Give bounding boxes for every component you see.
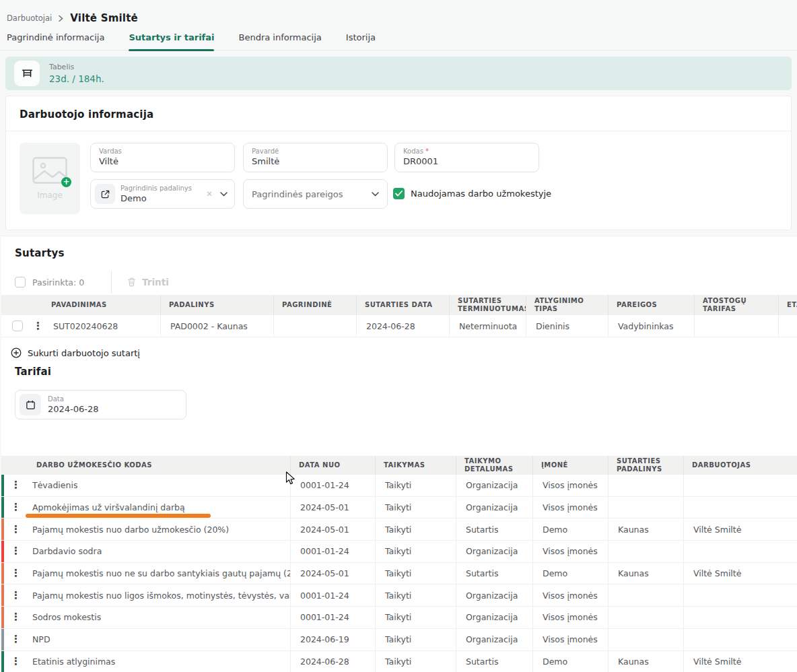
row-menu-icon[interactable]: ⋮ (11, 546, 21, 556)
delete-button[interactable]: Trinti (127, 277, 169, 288)
cell-value: Organizacija (456, 541, 533, 563)
create-contract-link[interactable]: Sukurti darbuotojo sutartį (11, 347, 140, 358)
column-header[interactable]: PADALINYS (161, 295, 274, 315)
row-menu-icon[interactable]: ⋮ (11, 525, 21, 535)
tab-1[interactable]: Sutartys ir tarifai (129, 32, 214, 50)
row-menu-icon[interactable]: ⋮ (33, 321, 43, 331)
cell-value: 0001-01-24 (291, 584, 376, 607)
timesheet-icon (14, 61, 40, 86)
timesheet-banner[interactable]: Tabelis 23d. / 184h. (5, 57, 792, 90)
divider (111, 271, 112, 294)
employee-photo-upload[interactable]: + Image (20, 143, 80, 214)
clear-icon[interactable]: ✕ (204, 189, 215, 199)
cell-value: SUT020240628 (53, 321, 118, 331)
annotation-highlight (26, 514, 211, 518)
column-header[interactable]: SUTARTIES PADALINYS (609, 456, 684, 475)
column-header[interactable]: SUTARTIES TERMINUOTUMAS (450, 295, 526, 315)
column-header[interactable]: PAREIGOS (609, 295, 695, 315)
delete-label: Trinti (142, 277, 169, 288)
column-header[interactable]: ETA (779, 295, 797, 315)
row-menu-icon[interactable]: ⋮ (11, 568, 21, 578)
tariff-row[interactable]: ⋮NPD2024-06-19TaikytiOrganizacijaVisos į… (1, 629, 797, 651)
cell-value: Visos įmonės (533, 584, 609, 607)
row-checkbox[interactable] (12, 321, 23, 331)
column-header[interactable]: PAGRINDINĖ (274, 295, 357, 315)
chevron-down-icon[interactable] (372, 192, 379, 197)
contract-row[interactable]: ⋮SUT020240628PAD0002 - Kaunas2024-06-28N… (1, 315, 797, 337)
create-contract-label: Sukurti darbuotojo sutartį (28, 348, 140, 358)
row-menu-icon[interactable]: ⋮ (11, 634, 21, 644)
column-header[interactable]: SUTARTIES DATA (357, 295, 450, 315)
select-all-checkbox[interactable] (15, 277, 26, 288)
tariff-row[interactable]: ⋮Etatinis atlyginimas2024-06-28TaikytiSu… (1, 651, 797, 672)
last-name-value[interactable]: Smiltė (252, 156, 380, 166)
cell-value: Tėvadienis (32, 480, 77, 490)
row-menu-icon[interactable]: ⋮ (11, 612, 21, 622)
column-header[interactable]: TAIKYMAS (376, 456, 456, 475)
column-header[interactable]: ATLYGINIMO TIPAS (526, 295, 609, 315)
cell-value: 2024-06-28 (357, 315, 450, 337)
row-menu-icon[interactable]: ⋮ (11, 591, 21, 601)
tariff-row[interactable]: ⋮Darbdavio sodra0001-01-24TaikytiOrganiz… (1, 541, 797, 563)
tab-3[interactable]: Istorija (346, 32, 376, 50)
row-status-marker (1, 541, 4, 563)
circle-plus-icon (11, 347, 22, 358)
tariff-date-field[interactable]: Data 2024-06-28 (15, 390, 186, 419)
row-menu-icon[interactable]: ⋮ (11, 480, 21, 490)
tab-0[interactable]: Pagrindinė informacija (7, 32, 104, 50)
cell-value (274, 315, 357, 337)
breadcrumb-parent-link[interactable]: Darbuotojai (7, 13, 52, 23)
calendar-icon[interactable] (20, 394, 41, 415)
cell-value: Sutartis (456, 518, 533, 541)
payroll-checkbox[interactable] (393, 188, 405, 199)
cell-value: Pajamų mokestis nuo ligos išmokos, motin… (32, 591, 290, 601)
column-header[interactable]: TAIKYMO DETALUMAS (456, 456, 533, 475)
tab-2[interactable]: Bendra informacija (238, 32, 321, 50)
column-header[interactable]: DARBO UŽMOKESČIO KODAS (1, 456, 291, 475)
tariff-date-value[interactable]: 2024-06-28 (48, 404, 99, 414)
row-menu-icon[interactable]: ⋮ (11, 502, 21, 512)
add-photo-icon[interactable]: + (61, 177, 71, 187)
column-header[interactable]: ATOSTOGŲ TARIFAS (695, 295, 779, 315)
cell-value: Taikyti (376, 629, 456, 651)
tariff-row[interactable]: ⋮Pajamų mokestis nuo darbo užmokesčio (2… (1, 518, 797, 541)
column-header[interactable]: PAVADINIMAS (1, 295, 161, 315)
code-field[interactable]: Kodas * DR0001 (394, 143, 539, 172)
external-link-icon[interactable] (95, 184, 115, 204)
cell-value (779, 315, 797, 337)
payroll-checkbox-group[interactable]: Naudojamas darbo užmokestyje (393, 188, 551, 199)
cell-value: Organizacija (456, 629, 533, 651)
cell-value: Sodros mokestis (32, 612, 101, 622)
image-placeholder-icon: + (32, 157, 67, 184)
first-name-field[interactable]: Vardas Viltė (90, 143, 235, 172)
tariff-row[interactable]: ⋮Pajamų mokestis nuo ne su darbo santyki… (1, 563, 797, 585)
cell-value (609, 541, 684, 563)
contracts-controls: Pasirinkta: 0 Trinti (15, 274, 169, 290)
cell-value: Taikyti (376, 475, 456, 497)
cell-value: Taikyti (376, 563, 456, 585)
cell-value: Organizacija (456, 497, 533, 519)
main-position-select[interactable]: Pagrindinės pareigos (243, 179, 388, 209)
first-name-value[interactable]: Viltė (99, 156, 228, 166)
chevron-down-icon[interactable] (220, 192, 228, 197)
column-header[interactable]: DARBUOTOJAS (684, 456, 797, 475)
row-status-marker (1, 584, 4, 607)
row-menu-icon[interactable]: ⋮ (11, 657, 21, 667)
cell-value: Taikyti (376, 497, 456, 519)
chevron-right-icon (58, 15, 64, 22)
tariff-row[interactable]: ⋮Sodros mokestis0001-01-24TaikytiOrganiz… (1, 607, 797, 629)
column-header[interactable]: DATA NUO (291, 456, 376, 475)
tariff-row[interactable]: ⋮Pajamų mokestis nuo ligos išmokos, moti… (1, 584, 797, 607)
cell-value: 2024-06-28 (291, 651, 376, 672)
cell-value: Taikyti (376, 607, 456, 629)
tariff-row[interactable]: ⋮Tėvadienis0001-01-24TaikytiOrganizacija… (1, 475, 797, 497)
column-header[interactable]: ĮMONĖ (533, 456, 609, 475)
code-value[interactable]: DR0001 (403, 156, 532, 166)
cell-value: Organizacija (456, 475, 533, 497)
last-name-field[interactable]: Pavardė Smiltė (243, 143, 388, 172)
row-status-marker (1, 607, 4, 629)
main-department-value[interactable]: Demo (120, 193, 199, 203)
main-department-field[interactable]: Pagrindinis padalinys Demo ✕ (90, 179, 235, 209)
cell-value: 2024-05-01 (291, 563, 376, 585)
cell-value: NPD (32, 634, 50, 644)
